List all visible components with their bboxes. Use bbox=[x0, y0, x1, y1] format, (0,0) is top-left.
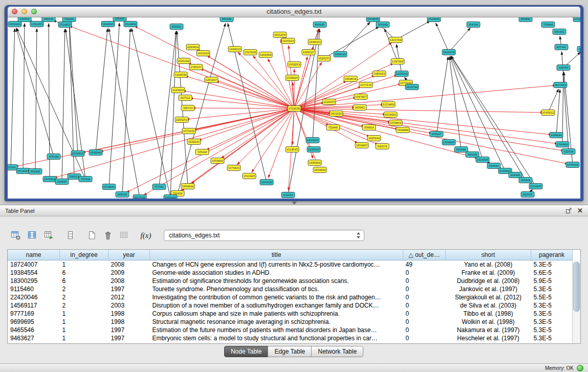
graph-node[interactable]: 1514946 bbox=[476, 157, 489, 163]
graph-node[interactable]: 305445 bbox=[113, 17, 126, 21]
graph-node[interactable]: 1659442 bbox=[211, 158, 224, 164]
graph-node[interactable]: 1626153 bbox=[317, 56, 331, 61]
cell-out_degree[interactable]: 49 bbox=[403, 260, 446, 269]
minimize-window-button[interactable] bbox=[21, 9, 27, 14]
graph-node[interactable]: 1547439 bbox=[244, 50, 257, 55]
graph-node[interactable]: 954044 bbox=[454, 147, 468, 152]
graph-node[interactable]: 204544 bbox=[467, 22, 480, 28]
cell-in_degree[interactable]: 2 bbox=[60, 285, 108, 293]
cell-year[interactable]: 1997 bbox=[108, 285, 150, 293]
cell-pagerank[interactable]: 5.9E-5 bbox=[531, 277, 573, 285]
graph-node[interactable]: 1221769 bbox=[389, 37, 402, 43]
graph-edge[interactable] bbox=[109, 23, 119, 187]
table-row[interactable]: 911546021997Tourette syndrome. Phenomeno… bbox=[8, 285, 573, 293]
table-options-icon[interactable] bbox=[9, 230, 23, 241]
graph-node[interactable]: 1243904 bbox=[171, 87, 185, 93]
graph-node[interactable]: 1294012 bbox=[228, 47, 242, 52]
cell-pagerank[interactable]: 5.3E-5 bbox=[531, 326, 573, 334]
cell-pagerank[interactable]: 5.3E-5 bbox=[531, 260, 573, 269]
graph-edge[interactable] bbox=[54, 108, 294, 178]
graph-node[interactable]: 2520605 bbox=[71, 151, 84, 157]
table-row[interactable]: 946362711997Embryonic stem cells: a mode… bbox=[8, 334, 573, 342]
graph-node[interactable]: 927341 bbox=[555, 45, 568, 50]
zoom-window-button[interactable] bbox=[31, 9, 37, 14]
graph-node[interactable]: 959441 bbox=[577, 47, 580, 52]
table-select-combo[interactable]: citations_edges.txt bbox=[164, 230, 364, 241]
graph-node[interactable]: 1054945 bbox=[573, 17, 580, 22]
graph-node[interactable]: 305444 bbox=[376, 22, 389, 28]
new-file-icon[interactable] bbox=[85, 230, 98, 241]
table-row[interactable]: 946554611997Estimation of the future num… bbox=[8, 326, 573, 334]
graph-node[interactable]: 1953455 bbox=[306, 138, 319, 143]
cell-year[interactable]: 2012 bbox=[108, 293, 150, 301]
graph-edge[interactable] bbox=[35, 29, 37, 171]
cell-short[interactable]: Yano et al. (2008) bbox=[446, 260, 531, 269]
graph-node[interactable]: 313504 bbox=[8, 165, 17, 170]
graph-node[interactable]: 1076044 bbox=[566, 162, 579, 168]
graph-node[interactable]: 1695964 bbox=[308, 160, 321, 166]
graph-node[interactable]: 305444 bbox=[47, 154, 60, 160]
cell-title[interactable]: Embryonic stem cells: a model to study s… bbox=[150, 334, 403, 342]
cell-title[interactable]: Changes of HCN gene expression and I(f) … bbox=[150, 260, 403, 269]
cell-pagerank[interactable]: 5.3E-5 bbox=[531, 301, 573, 310]
graph-node[interactable]: 940542 bbox=[42, 17, 55, 22]
graph-node[interactable]: 9154493 bbox=[384, 112, 397, 118]
graph-edge[interactable] bbox=[66, 29, 85, 179]
cell-pagerank[interactable]: 5.3E-5 bbox=[531, 318, 573, 326]
graph-edge[interactable] bbox=[294, 62, 321, 108]
cell-in_degree[interactable]: 1 bbox=[60, 326, 108, 334]
graph-node[interactable]: 1696023 bbox=[308, 39, 321, 45]
table-row[interactable]: 1938455462009Genome-wide association stu… bbox=[8, 269, 573, 277]
graph-node[interactable]: 859441 bbox=[170, 24, 183, 30]
cell-out_degree[interactable]: 0 bbox=[403, 318, 446, 326]
graph-edge[interactable] bbox=[11, 29, 15, 167]
new-column-icon[interactable] bbox=[42, 230, 55, 241]
table-row[interactable]: 1456911722003Disruption of a novel membe… bbox=[8, 301, 573, 310]
cell-name[interactable]: 22420046 bbox=[8, 293, 60, 301]
graph-edge[interactable] bbox=[16, 29, 54, 157]
cell-in_degree[interactable]: 1 bbox=[60, 310, 108, 318]
graph-node[interactable]: 1854957 bbox=[355, 143, 368, 148]
graph-node[interactable]: 754441 bbox=[62, 17, 76, 22]
graph-node[interactable]: 1558920 bbox=[286, 75, 299, 81]
graph-node[interactable]: 722440 bbox=[326, 125, 340, 130]
cell-name[interactable]: 9115460 bbox=[8, 285, 60, 293]
graph-edge[interactable] bbox=[207, 56, 294, 108]
graph-node[interactable]: 854944 bbox=[519, 17, 532, 22]
cell-short[interactable]: de Silva et al. (2003) bbox=[446, 301, 531, 310]
graph-node[interactable]: 1838141 bbox=[187, 139, 201, 145]
cell-in_degree[interactable]: 2 bbox=[60, 301, 108, 310]
cell-pagerank[interactable]: 5.3E-5 bbox=[531, 285, 573, 293]
scrollbar-thumb[interactable] bbox=[573, 262, 580, 312]
graph-node[interactable]: 1815744 bbox=[405, 84, 419, 90]
graph-node[interactable]: 1838545 bbox=[307, 147, 320, 152]
graph-node[interactable]: 1627443 bbox=[554, 82, 567, 88]
graph-node[interactable]: 1838444 bbox=[89, 150, 102, 156]
graph-node[interactable]: 1724036 bbox=[288, 106, 301, 112]
graph-node[interactable]: 1071632 bbox=[182, 128, 195, 134]
graph-edge[interactable] bbox=[340, 23, 370, 54]
cell-out_degree[interactable]: 0 bbox=[403, 310, 446, 318]
column-header-pagerank[interactable]: pagerank bbox=[531, 250, 573, 260]
cell-title[interactable]: Structural magnetic resonance image aver… bbox=[150, 318, 403, 326]
cell-short[interactable]: Stergiakouli et al. (2012) bbox=[446, 293, 531, 301]
cell-short[interactable]: Nakamura et al. (1997) bbox=[446, 326, 531, 334]
graph-node[interactable]: 1601620 bbox=[330, 111, 343, 117]
graph-edge[interactable] bbox=[252, 108, 294, 172]
graph-edge[interactable] bbox=[109, 29, 140, 198]
cell-year[interactable]: 2009 bbox=[108, 269, 150, 277]
graph-node[interactable]: 1086127 bbox=[302, 50, 315, 55]
graph-node[interactable]: 144343 bbox=[557, 65, 570, 71]
graph-node[interactable]: 1904545 bbox=[101, 21, 115, 27]
table-row[interactable]: 969969511998Structural magnetic resonanc… bbox=[8, 318, 573, 326]
graph-edge[interactable] bbox=[436, 23, 449, 52]
cell-short[interactable]: Tibbo et al. (1998) bbox=[446, 310, 531, 318]
cell-in_degree[interactable]: 6 bbox=[60, 277, 108, 285]
graph-node[interactable]: 540572 bbox=[376, 144, 389, 149]
cell-short[interactable]: Dudbridge et al. (2008) bbox=[446, 277, 531, 285]
graph-node[interactable]: 303262 bbox=[353, 105, 366, 111]
cell-name[interactable]: 9465546 bbox=[8, 326, 60, 334]
graph-node[interactable]: 974501 bbox=[18, 17, 31, 22]
graph-node[interactable]: 924502 bbox=[521, 192, 534, 198]
graph-edge[interactable] bbox=[449, 28, 470, 52]
